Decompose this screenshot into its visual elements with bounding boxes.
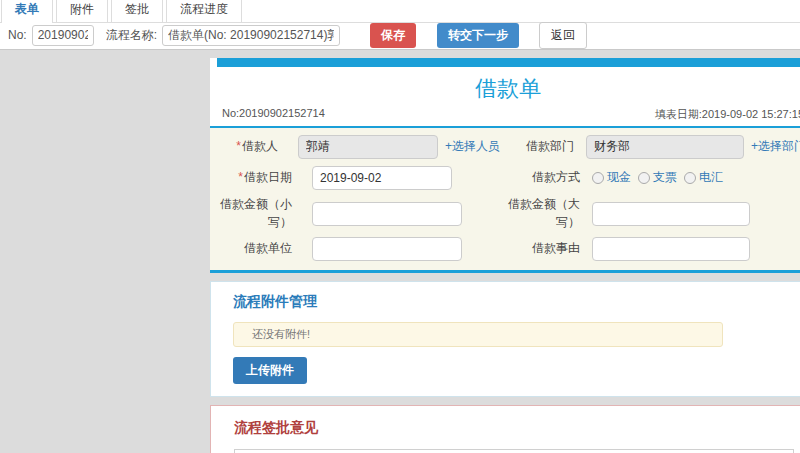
- back-button[interactable]: 返回: [539, 22, 587, 49]
- form-column: 借款单 No:20190902152714 填表日期:2019-09-02 15…: [210, 58, 800, 453]
- attachment-heading: 流程附件管理: [233, 293, 795, 311]
- loan-method-label: 借款方式: [500, 169, 592, 186]
- loan-form-panel: 借款单 No:20190902152714 填表日期:2019-09-02 15…: [210, 58, 800, 273]
- field-row-4: 借款单位 借款事由: [210, 234, 800, 264]
- radio-cheque-label: 支票: [653, 169, 677, 186]
- radio-circle-icon[interactable]: [592, 172, 604, 184]
- flow-name-label: 流程名称:: [106, 27, 157, 44]
- radio-circle-icon[interactable]: [638, 172, 650, 184]
- department-label: 借款部门: [500, 138, 586, 155]
- upload-attachment-button[interactable]: 上传附件: [233, 357, 307, 384]
- amount-lowercase-input[interactable]: [312, 202, 462, 226]
- amount-uppercase-label: 借款金额（大写）: [500, 196, 592, 231]
- radio-wire[interactable]: 电汇: [684, 169, 723, 186]
- loan-reason-input[interactable]: [592, 237, 750, 261]
- loan-date-label-text: 借款日期: [244, 170, 292, 184]
- loan-date-input[interactable]: [312, 166, 452, 190]
- select-person-link[interactable]: +选择人员: [445, 138, 500, 155]
- approval-heading: 流程签批意见: [234, 419, 795, 437]
- amount-uppercase-input[interactable]: [592, 202, 750, 226]
- form-title: 借款单: [210, 67, 800, 107]
- form-meta-row: No:20190902152714 填表日期:2019-09-02 15:27:…: [210, 107, 800, 126]
- workflow-toolbar: No: 流程名称: 保存 转交下一步 返回: [0, 23, 800, 50]
- flow-name-input[interactable]: [162, 25, 340, 46]
- radio-cash[interactable]: 现金: [592, 169, 631, 186]
- tab-progress[interactable]: 流程进度: [166, 0, 242, 22]
- attachment-panel: 流程附件管理 还没有附件! 上传附件: [210, 281, 800, 397]
- forward-next-step-button[interactable]: 转交下一步: [437, 23, 519, 48]
- borrower-label-text: 借款人: [242, 139, 278, 153]
- form-fields: *借款人 +选择人员 借款部门 +选择部门: [210, 128, 800, 270]
- loan-unit-label: 借款单位: [210, 240, 312, 257]
- rich-text-editor: B I abc: [234, 449, 794, 453]
- field-row-3: 借款金额（小写） 借款金额（大写）: [210, 193, 800, 234]
- required-mark: *: [236, 139, 241, 153]
- loan-date-label: *借款日期: [210, 169, 312, 186]
- field-row-2: *借款日期 借款方式 现金 支票 电汇: [210, 162, 800, 193]
- radio-circle-icon[interactable]: [684, 172, 696, 184]
- amount-lowercase-label: 借款金额（小写）: [210, 196, 312, 231]
- borrower-input[interactable]: [298, 135, 438, 159]
- tab-bar: 表单 附件 签批 流程进度: [0, 0, 800, 23]
- radio-wire-label: 电汇: [699, 169, 723, 186]
- no-attachment-alert: 还没有附件!: [233, 322, 723, 347]
- page-content: 借款单 No:20190902152714 填表日期:2019-09-02 15…: [0, 51, 800, 453]
- approval-panel: 流程签批意见 B I abc: [210, 405, 800, 453]
- save-button[interactable]: 保存: [370, 23, 416, 48]
- form-no-text: No:20190902152714: [222, 107, 325, 122]
- loan-unit-input[interactable]: [312, 237, 462, 261]
- tab-approval[interactable]: 签批: [111, 0, 163, 22]
- loan-reason-label: 借款事由: [500, 240, 592, 257]
- form-date-text: 填表日期:2019-09-02 15:27:15: [655, 107, 800, 122]
- no-input[interactable]: [32, 25, 94, 46]
- select-department-link[interactable]: +选择部门: [751, 138, 800, 155]
- radio-cheque[interactable]: 支票: [638, 169, 677, 186]
- tab-form[interactable]: 表单: [1, 0, 53, 23]
- form-top-accent-bar: [217, 58, 800, 67]
- tab-attachment[interactable]: 附件: [56, 0, 108, 22]
- required-mark: *: [238, 170, 243, 184]
- field-row-1: *借款人 +选择人员 借款部门 +选择部门: [210, 131, 800, 162]
- borrower-label: *借款人: [210, 138, 298, 155]
- no-label: No:: [8, 28, 27, 42]
- form-bottom-accent-bar: [210, 270, 800, 273]
- radio-cash-label: 现金: [607, 169, 631, 186]
- department-input[interactable]: [586, 135, 744, 159]
- top-bar: 表单 附件 签批 流程进度 No: 流程名称: 保存 转交下一步 返回: [0, 0, 800, 50]
